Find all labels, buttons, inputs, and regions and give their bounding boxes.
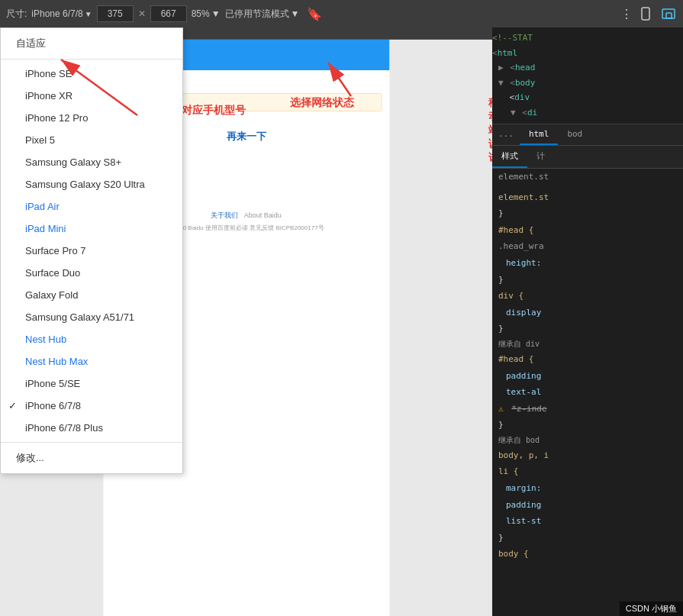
- rule-head-selector: #head {: [492, 222, 683, 239]
- tree-body[interactable]: ▼ <body: [492, 76, 683, 91]
- dropdown-item-samsung-s20[interactable]: Samsung Galaxy S20 Ultra: [1, 173, 182, 195]
- rule-z-index: ⚠ *z-inde: [492, 401, 683, 418]
- rule-body-open: body {: [492, 546, 683, 563]
- dropdown-item-pixel-5[interactable]: Pixel 5: [1, 129, 182, 151]
- rule-margin: margin:: [492, 480, 683, 497]
- main-area: 百度 度 广告 再来一下 关于我们 About Baidu ©2020 Baid…: [0, 27, 683, 616]
- tree-comment[interactable]: <!--STAT: [492, 31, 683, 46]
- selector-head: #head {: [498, 225, 533, 235]
- throttle-select[interactable]: 已停用节流模式 ▼: [225, 8, 300, 21]
- throttle-arrow: ▼: [291, 8, 300, 19]
- rule-brace-3: }: [492, 321, 683, 337]
- zoom-arrow: ▼: [211, 8, 221, 19]
- dropdown-item-responsive[interactable]: 自适应: [1, 31, 182, 56]
- tab-styles[interactable]: 样式: [492, 146, 527, 168]
- device-select[interactable]: iPhone 6/7/8 ▼: [31, 8, 92, 19]
- rule-brace-2: }: [492, 272, 683, 289]
- dropdown-item-nest-hub[interactable]: Nest Hub: [1, 328, 182, 350]
- device-name: iPhone 6/7/8: [31, 8, 82, 19]
- rule-element: element.st: [492, 189, 683, 206]
- tree-div1[interactable]: <div: [492, 90, 683, 105]
- bottom-bar: CSDN 小钢鱼: [620, 601, 683, 616]
- dropdown-item-nest-hub-max[interactable]: Nest Hub Max: [1, 350, 182, 373]
- preview-area: 百度 度 广告 再来一下 关于我们 About Baidu ©2020 Baid…: [0, 27, 492, 616]
- rule-head-wrap: .head_wra: [492, 238, 683, 255]
- styles-tab-bar: 样式 计: [492, 146, 683, 169]
- tree-head[interactable]: ▶ <head: [492, 60, 683, 76]
- dropdown-item-iphone-5se[interactable]: iPhone 5/SE: [1, 373, 182, 395]
- rule-brace-4: }: [492, 417, 683, 434]
- devtools-dots[interactable]: ...: [492, 124, 520, 145]
- dropdown-divider-1: [1, 59, 182, 60]
- toolbar: 尺寸: iPhone 6/7/8 ▼ ✕ 85% ▼ 已停用节流模式 ▼ 🔖 ⋮: [0, 0, 683, 27]
- dropdown-item-ipad-mini[interactable]: iPad Mini: [1, 218, 182, 240]
- more-options-button[interactable]: ⋮: [619, 5, 634, 23]
- inherited-bod-label: 继承自 bod: [492, 434, 683, 447]
- rule-display: display: [492, 305, 683, 321]
- filter-label: element.st: [498, 172, 677, 182]
- dropdown-item-iphone-xr[interactable]: iPhone XR: [1, 85, 182, 107]
- rule-padding-2: padding: [492, 497, 683, 514]
- svg-rect-2: [666, 13, 672, 18]
- tree-html[interactable]: <html: [492, 46, 683, 61]
- filter-container: element.st: [492, 169, 683, 186]
- inherited-div-label: 继承自 div: [492, 337, 683, 351]
- rule-list-style: list-st: [492, 513, 683, 530]
- dropdown-item-iphone-678[interactable]: iPhone 6/7/8: [1, 395, 182, 417]
- device-dropdown: 自适应 iPhone SE iPhone XR iPhone 12 Pro Pi…: [0, 27, 183, 474]
- zoom-value: 85%: [192, 8, 210, 19]
- tab-bod[interactable]: bod: [558, 124, 591, 145]
- size-label: 尺寸:: [6, 8, 27, 21]
- rule-text-align: text-al: [492, 384, 683, 401]
- dropdown-item-iphone-se[interactable]: iPhone SE: [1, 63, 182, 85]
- devtools-tab-bar: ... html bod: [492, 124, 683, 146]
- rule-padding: padding: [492, 368, 683, 385]
- svg-rect-0: [642, 8, 649, 20]
- selector-element: element.st: [498, 192, 549, 202]
- dropdown-item-surface-pro[interactable]: Surface Pro 7: [1, 240, 182, 262]
- dropdown-item-galaxy-fold[interactable]: Galaxy Fold: [1, 284, 182, 306]
- width-input[interactable]: [97, 5, 134, 22]
- tab-html[interactable]: html: [520, 124, 559, 145]
- tab-computed[interactable]: 计: [527, 146, 554, 168]
- dropdown-edit-item[interactable]: 修改...: [1, 446, 182, 470]
- throttle-label: 已停用节流模式: [225, 8, 289, 21]
- responsive-button[interactable]: [660, 5, 677, 22]
- watermark-text: CSDN 小钢鱼: [626, 604, 677, 613]
- rule-brace-open-1: }: [492, 205, 683, 222]
- dropdown-item-samsung-s8[interactable]: Samsung Galaxy S8+: [1, 151, 182, 173]
- dropdown-divider-2: [1, 442, 182, 443]
- height-input[interactable]: [150, 5, 187, 22]
- tree-div2[interactable]: ▼ <di: [492, 105, 683, 121]
- rule-head-selector-2: #head {: [492, 351, 683, 368]
- zoom-select[interactable]: 85% ▼: [192, 8, 221, 19]
- dropdown-item-iphone-678-plus[interactable]: iPhone 6/7/8 Plus: [1, 417, 182, 439]
- rule-height: height:: [492, 255, 683, 272]
- dropdown-item-iphone-12-pro[interactable]: iPhone 12 Pro: [1, 107, 182, 129]
- dropdown-item-ipad-air[interactable]: iPad Air: [1, 195, 182, 218]
- dropdown-item-surface-duo[interactable]: Surface Duo: [1, 262, 182, 284]
- css-rules: element.st } #head { .head_wra height: }…: [492, 186, 683, 616]
- rule-div-selector: div {: [492, 288, 683, 305]
- warning-icon: ⚠: [498, 404, 504, 414]
- svg-rect-1: [662, 9, 675, 18]
- dropdown-item-samsung-a51[interactable]: Samsung Galaxy A51/71: [1, 306, 182, 328]
- devtools-panel: <!--STAT <html ▶ <head ▼ <body <div ▼ <d…: [492, 27, 683, 616]
- rule-brace-5: }: [492, 530, 683, 547]
- device-frame-button[interactable]: [639, 5, 656, 22]
- bookmark-icon[interactable]: 🔖: [307, 7, 322, 21]
- device-select-arrow: ▼: [85, 10, 92, 18]
- rule-li: li {: [492, 463, 683, 480]
- rule-body-selector: body, p, i: [492, 447, 683, 464]
- dimension-separator: ✕: [138, 8, 146, 19]
